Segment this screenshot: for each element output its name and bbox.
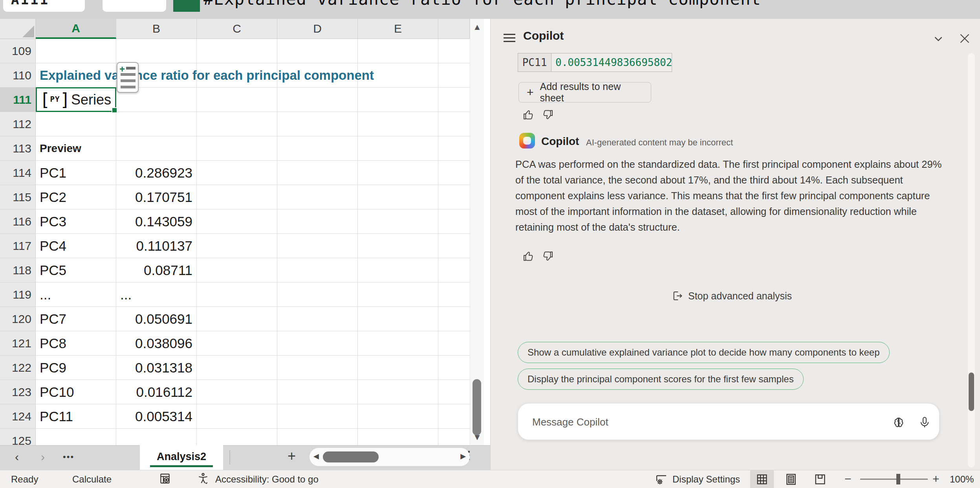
page-layout-view-button[interactable] [779, 470, 803, 488]
cell-E124[interactable] [358, 404, 438, 429]
cell-C113[interactable] [197, 136, 277, 161]
thumbs-up-icon[interactable] [522, 108, 535, 121]
row-header-123[interactable]: 123 [0, 380, 36, 404]
cell-F122[interactable] [438, 356, 470, 380]
close-icon[interactable] [958, 31, 972, 46]
cell-C117[interactable] [197, 234, 277, 258]
cell-C109[interactable] [197, 39, 277, 63]
cell-F118[interactable] [438, 258, 470, 283]
cell-C111[interactable] [197, 88, 277, 112]
cell-E118[interactable] [358, 258, 438, 283]
zoom-in-button[interactable]: + [932, 472, 940, 486]
first-sheet-arrow[interactable]: ‹ [15, 450, 19, 464]
cell-C120[interactable] [197, 307, 277, 331]
cell-C118[interactable] [197, 258, 277, 283]
cell-A119[interactable]: ... [36, 283, 116, 307]
scroll-up-arrow[interactable]: ▲ [470, 22, 484, 32]
cell-D119[interactable] [277, 283, 358, 307]
name-box[interactable]: A111 [3, 0, 85, 12]
cell-C116[interactable] [197, 209, 277, 234]
cell-A114[interactable]: PC1 [36, 161, 116, 185]
row-header-119[interactable]: 119 [0, 283, 36, 307]
cell-B113[interactable] [116, 136, 197, 161]
cell-A124[interactable]: PC11 [36, 404, 116, 429]
column-header-C[interactable]: C [197, 19, 277, 39]
vertical-scrollbar-thumb[interactable] [473, 379, 481, 435]
brain-icon[interactable] [892, 416, 905, 429]
cell-E120[interactable] [358, 307, 438, 331]
cell-A123[interactable]: PC10 [36, 380, 116, 404]
cell-B116[interactable]: 0.143059 [116, 209, 197, 234]
row-header-125[interactable]: 125 [0, 429, 36, 445]
cell-D109[interactable] [277, 39, 358, 63]
zoom-level[interactable]: 100% [950, 474, 974, 485]
cell-A115[interactable]: PC2 [36, 185, 116, 209]
scroll-right-arrow[interactable]: ▶ [460, 452, 466, 460]
insert-data-button[interactable]: + [117, 62, 139, 93]
formula-input[interactable]: #Explained variance ratio for each princ… [203, 0, 816, 12]
cell-D122[interactable] [277, 356, 358, 380]
cell-B117[interactable]: 0.110137 [116, 234, 197, 258]
cell-E113[interactable] [358, 136, 438, 161]
message-input[interactable] [531, 404, 867, 440]
cell-D124[interactable] [277, 404, 358, 429]
cell-B120[interactable]: 0.050691 [116, 307, 197, 331]
cell-E109[interactable] [358, 39, 438, 63]
vertical-scrollbar[interactable]: ▲ ▼ [470, 19, 484, 445]
cell-E111[interactable] [358, 88, 438, 112]
stop-advanced-analysis-button[interactable]: Stop advanced analysis [672, 290, 792, 302]
cell-F121[interactable] [438, 331, 470, 356]
row-header-111[interactable]: 111 [0, 88, 36, 112]
row-header-109[interactable]: 109 [0, 39, 36, 63]
cell-A110[interactable]: Explained variance ratio for each princi… [36, 63, 116, 88]
formula-buttons[interactable] [103, 0, 166, 12]
row-header-114[interactable]: 114 [0, 161, 36, 185]
cell-B125[interactable] [116, 429, 197, 445]
cell-A125[interactable] [36, 429, 116, 445]
cell-D112[interactable] [277, 112, 358, 136]
cell-D117[interactable] [277, 234, 358, 258]
copilot-scrollbar-thumb[interactable] [969, 372, 974, 411]
cell-C125[interactable] [197, 429, 277, 445]
cell-A113[interactable]: Preview [36, 136, 116, 161]
horizontal-scrollbar-thumb[interactable] [323, 451, 379, 462]
cell-E121[interactable] [358, 331, 438, 356]
cell-C115[interactable] [197, 185, 277, 209]
cell-F112[interactable] [438, 112, 470, 136]
copilot-suggestion-chip[interactable]: Display the principal component scores f… [518, 369, 804, 390]
row-header-117[interactable]: 117 [0, 234, 36, 258]
cell-B123[interactable]: 0.016112 [116, 380, 197, 404]
add-results-button[interactable]: + Add results to new sheet [518, 82, 651, 103]
cell-F111[interactable] [438, 88, 470, 112]
cell-F123[interactable] [438, 380, 470, 404]
cell-A117[interactable]: PC4 [36, 234, 116, 258]
cell-B114[interactable]: 0.286923 [116, 161, 197, 185]
microphone-icon[interactable] [918, 416, 931, 429]
select-all-corner[interactable] [0, 19, 36, 39]
row-header-122[interactable]: 122 [0, 356, 36, 380]
cell-E112[interactable] [358, 112, 438, 136]
scroll-left-arrow[interactable]: ◀ [313, 452, 319, 460]
cell-E125[interactable] [358, 429, 438, 445]
thumbs-up-icon[interactable] [522, 250, 535, 262]
cell-F109[interactable] [438, 39, 470, 63]
cell-C112[interactable] [197, 112, 277, 136]
cell-F116[interactable] [438, 209, 470, 234]
column-header-B[interactable]: B [116, 19, 197, 39]
cell-A109[interactable] [36, 39, 116, 63]
status-ready[interactable]: Ready [11, 474, 38, 485]
cell-A111[interactable]: PYSeries [36, 88, 116, 112]
cell-F113[interactable] [438, 136, 470, 161]
cell-C122[interactable] [197, 356, 277, 380]
cell-E122[interactable] [358, 356, 438, 380]
copilot-suggestion-chip[interactable]: Show a cumulative explained variance plo… [518, 342, 890, 363]
cell-F125[interactable] [438, 429, 470, 445]
cell-E123[interactable] [358, 380, 438, 404]
column-header-D[interactable]: D [277, 19, 358, 39]
cell-B112[interactable] [116, 112, 197, 136]
cell-E117[interactable] [358, 234, 438, 258]
normal-view-button[interactable] [750, 470, 774, 488]
column-header-E[interactable]: E [358, 19, 438, 39]
row-header-124[interactable]: 124 [0, 404, 36, 429]
cell-A121[interactable]: PC8 [36, 331, 116, 356]
